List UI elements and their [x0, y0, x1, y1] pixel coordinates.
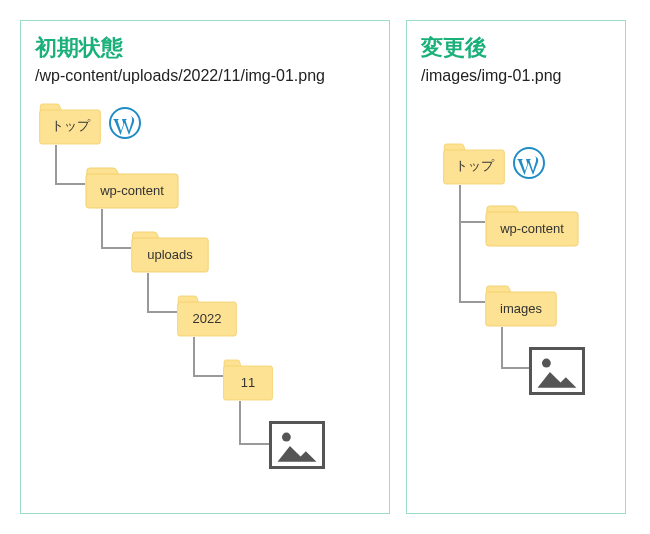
- folder-wp-content: wp-content: [485, 203, 579, 247]
- folder-label: トップ: [51, 111, 90, 135]
- folder-label: uploads: [147, 241, 193, 262]
- folder-wp-content: wp-content: [85, 165, 179, 209]
- tree-connector: [101, 209, 131, 249]
- folder-year: 2022: [177, 293, 237, 337]
- folder-icon: トップ: [443, 141, 505, 185]
- folder-label: トップ: [455, 151, 494, 175]
- folder-icon: wp-content: [85, 165, 179, 209]
- wordpress-icon: [109, 107, 141, 139]
- folder-icon: 2022: [177, 293, 237, 337]
- folder-icon: 11: [223, 357, 273, 401]
- folder-month: 11: [223, 357, 273, 401]
- folder-label: 2022: [193, 305, 222, 326]
- panel-title: 変更後: [421, 33, 611, 63]
- path-text: /wp-content/uploads/2022/11/img-01.png: [35, 67, 375, 85]
- folder-tree-initial: トップ wp-content uploads: [35, 95, 375, 475]
- tree-connector: [239, 401, 269, 445]
- panel-title: 初期状態: [35, 33, 375, 63]
- folder-images: images: [485, 283, 557, 327]
- folder-root: トップ: [39, 101, 141, 145]
- image-file-icon: [529, 347, 585, 395]
- tree-connector: [193, 337, 223, 377]
- tree-connector: [501, 327, 529, 369]
- tree-connector: [459, 185, 485, 223]
- folder-uploads: uploads: [131, 229, 209, 273]
- path-text: /images/img-01.png: [421, 67, 611, 85]
- folder-label: wp-content: [100, 177, 164, 198]
- tree-connector: [459, 283, 485, 303]
- folder-root: トップ: [443, 141, 545, 185]
- folder-tree-after: トップ wp-content images: [421, 135, 611, 455]
- folder-label: wp-content: [500, 215, 564, 236]
- comparison-panels: 初期状態 /wp-content/uploads/2022/11/img-01.…: [20, 20, 630, 514]
- folder-icon: wp-content: [485, 203, 579, 247]
- tree-connector: [147, 273, 177, 313]
- panel-initial: 初期状態 /wp-content/uploads/2022/11/img-01.…: [20, 20, 390, 514]
- wordpress-icon: [513, 147, 545, 179]
- folder-icon: トップ: [39, 101, 101, 145]
- image-file-icon: [269, 421, 325, 469]
- folder-label: 11: [241, 369, 255, 390]
- folder-icon: images: [485, 283, 557, 327]
- tree-connector: [55, 145, 85, 185]
- folder-label: images: [500, 295, 542, 316]
- folder-icon: uploads: [131, 229, 209, 273]
- panel-after: 変更後 /images/img-01.png トップ wp-content: [406, 20, 626, 514]
